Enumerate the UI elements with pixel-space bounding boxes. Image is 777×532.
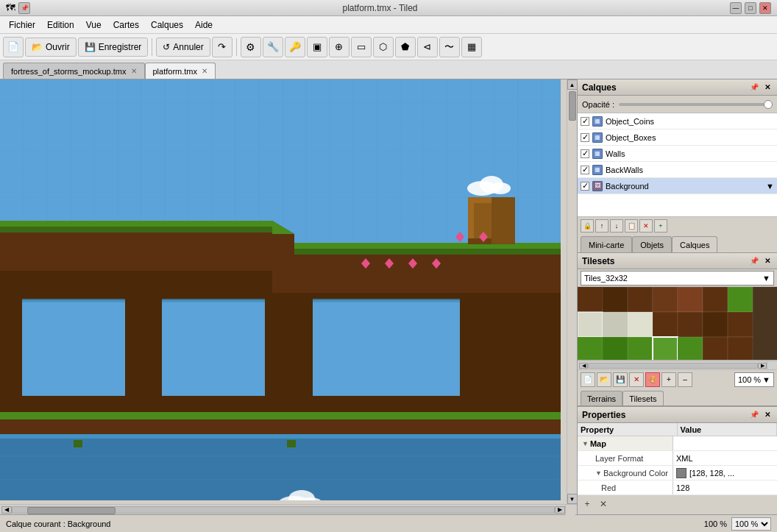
layer-row-background[interactable]: ✓ 🖼 Background ▼ [578,178,777,194]
layer-dup-btn[interactable]: 📋 [625,219,638,233]
layer-type-coins: ▦ [592,116,603,127]
layer-lock-btn[interactable]: 🔒 [581,219,594,233]
vscroll-thumb[interactable] [569,91,576,121]
props-add-btn[interactable]: + [581,497,594,511]
layer-del-btn[interactable]: ✕ [639,219,653,233]
statusbar: Calque courant : Background 100 % 100 % … [0,514,777,532]
layers-pin-icon[interactable]: 📌 [749,82,759,93]
layer-row-walls[interactable]: ✓ ▦ Walls [578,146,777,162]
hscroll-thumb[interactable] [27,507,116,514]
menu-vue[interactable]: Vue [80,18,107,32]
rubber-btn[interactable]: 🔧 [263,37,283,57]
props-row-red[interactable]: Red 128 [578,480,777,495]
vscroll-down[interactable]: ▼ [567,494,578,504]
tileset-add2-btn[interactable]: + [661,372,676,387]
settings-btn[interactable]: ⚙ [241,37,261,57]
save-btn[interactable]: 💾Enregistrer [78,38,149,57]
tilesets-title: Tilesets [582,256,614,266]
tileset-scroll-right[interactable]: ▶ [758,363,767,369]
tab-terrains[interactable]: Terrains [581,391,622,405]
window-controls-left: 📌 [18,2,30,14]
opacity-slider[interactable] [619,103,773,106]
canvas-scroll[interactable] [0,79,567,504]
bucket-btn[interactable]: ⊲ [417,37,438,57]
menu-calques[interactable]: Calques [145,18,189,32]
layers-list: ✓ ▦ Object_Coins ✓ ▦ Object_Boxes ✓ ▦ Wa… [578,113,777,216]
tileset-scroll-left[interactable]: ◀ [579,363,588,369]
layer-row-object-coins[interactable]: ✓ ▦ Object_Coins [578,113,777,130]
tilesets-pin-icon[interactable]: 📌 [749,256,759,266]
game-canvas[interactable] [0,79,561,500]
rect-btn[interactable]: ▭ [351,37,372,57]
btn-pin[interactable]: 📌 [18,2,30,14]
props-row-bgcolor[interactable]: ▼ Background Color [128, 128, ... [578,466,777,480]
props-del-btn[interactable]: ✕ [597,497,610,511]
bgcolor-swatch[interactable] [676,468,686,478]
menu-aide[interactable]: Aide [189,18,219,32]
redo-btn[interactable]: ↷ [212,37,233,57]
tileset-open-btn[interactable]: 📂 [597,372,611,387]
hscroll-left[interactable]: ◀ [1,506,12,514]
btn-maximize[interactable]: □ [745,2,756,14]
new-file-btn[interactable]: 📄 [3,37,24,57]
tab-fortress[interactable]: fortress_of_storms_mockup.tmx ✕ [3,63,145,79]
tab-calques[interactable]: Calques [672,236,717,252]
layer-vis-coins[interactable]: ✓ [581,117,589,126]
tab-tilesets[interactable]: Tilesets [622,391,664,405]
layer-down-btn[interactable]: ↓ [610,219,623,233]
props-row-map[interactable]: ▼ Map [578,436,777,451]
select-btn[interactable]: ▣ [307,37,327,57]
tileset-del-btn[interactable]: ✕ [629,372,644,387]
canvas-hscroll[interactable]: ◀ ▶ [0,504,577,514]
tileset-del2-btn[interactable]: – [678,372,692,387]
tileset-new-btn[interactable]: 📄 [581,372,595,387]
layer-type-boxes: ▦ [592,132,603,143]
layer-add-btn[interactable]: + [654,219,667,233]
tab-fortress-close[interactable]: ✕ [131,67,137,75]
hscroll-right[interactable]: ▶ [555,506,565,514]
layers-close-icon[interactable]: ✕ [762,82,773,93]
tileset-zoom-select[interactable]: 100 % ▼ [734,372,774,387]
tab-platform[interactable]: platform.tmx ✕ [145,63,216,79]
tool3[interactable]: 🔑 [285,37,305,57]
layer-vis-bg[interactable]: ✓ [581,182,589,191]
canvas-vscroll[interactable]: ▲ ▼ [567,79,577,504]
hex-btn[interactable]: ⬡ [373,37,394,57]
window-title: platform.tmx - Tiled [30,3,730,13]
btn-minimize[interactable]: — [730,2,742,14]
layer-name-boxes: Object_Boxes [606,133,656,142]
tileset-save-btn[interactable]: 💾 [613,372,628,387]
btn-close[interactable]: ✕ [759,2,771,14]
props-pin-icon[interactable]: 📌 [749,410,759,420]
stamp-btn[interactable]: ▦ [461,37,482,57]
props-close-icon[interactable]: ✕ [762,410,773,420]
layer-up-btn[interactable]: ↑ [595,219,609,233]
curve-btn[interactable]: 〜 [439,37,460,57]
layer-vis-walls[interactable]: ✓ [581,149,589,158]
layer-vis-boxes[interactable]: ✓ [581,133,589,142]
props-row-layerformat[interactable]: Layer Format XML [578,451,777,466]
layer-row-object-boxes[interactable]: ✓ ▦ Object_Boxes [578,130,777,146]
opacity-thumb[interactable] [764,100,773,109]
vscroll-up[interactable]: ▲ [567,79,578,90]
tileset-hscroll[interactable]: ◀ ▶ [578,361,777,369]
tileset-preview[interactable] [578,287,777,361]
undo-btn[interactable]: ↺Annuler [156,38,210,57]
tileset-scroll-track[interactable] [588,363,758,369]
tab-objets[interactable]: Objets [632,236,672,252]
open-btn[interactable]: 📂Ouvrir [25,38,77,57]
menu-fichier[interactable]: Fichier [3,18,41,32]
menu-edition[interactable]: Edition [41,18,80,32]
svg-rect-111 [678,312,703,337]
tileset-dropdown[interactable]: Tiles_32x32 ▼ [581,271,774,285]
tab-minimap[interactable]: Mini-carte [581,236,632,252]
fill-btn[interactable]: ⊕ [329,37,350,57]
tileset-color-btn[interactable]: 🎨 [645,372,660,387]
zoom-dropdown[interactable]: 100 % 50 % 200 % [731,517,771,531]
poly-btn[interactable]: ⬟ [395,37,416,57]
menu-cartes[interactable]: Cartes [107,18,145,32]
tilesets-close-icon[interactable]: ✕ [762,256,773,266]
layer-vis-backwalls[interactable]: ✓ [581,166,589,174]
layer-row-backwalls[interactable]: ✓ ▦ BackWalls [578,162,777,178]
tab-platform-close[interactable]: ✕ [202,67,207,75]
